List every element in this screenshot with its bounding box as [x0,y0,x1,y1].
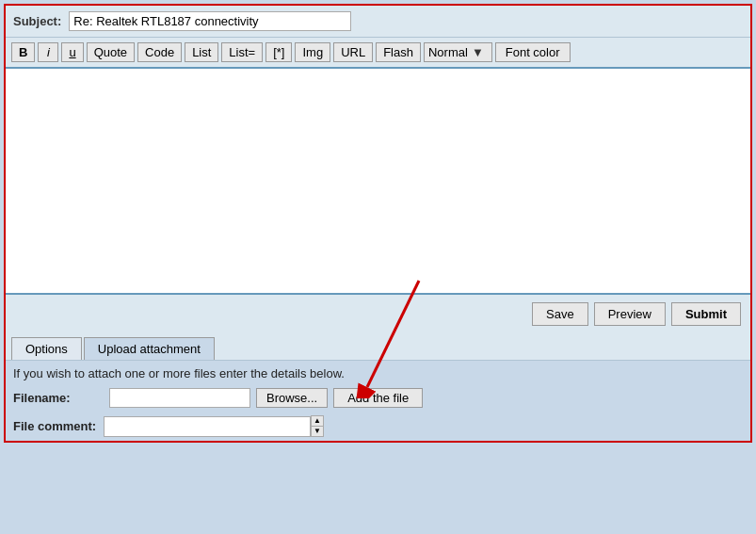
filename-row: Filename: Browse... Add the file [6,384,750,412]
bullet-button[interactable]: [*] [265,42,292,62]
subject-label: Subject: [13,14,61,28]
url-button[interactable]: URL [333,42,373,62]
comment-input[interactable] [104,416,311,437]
img-button[interactable]: Img [295,42,330,62]
browse-button[interactable]: Browse... [256,388,328,408]
spinner-up-button[interactable]: ▲ [312,416,323,427]
subject-row: Subject: [6,6,750,38]
tab-upload-attachment[interactable]: Upload attachment [84,337,215,360]
spinner-down-button[interactable]: ▼ [312,427,323,436]
bold-button[interactable]: B [11,42,35,62]
comment-input-wrap: ▲ ▼ [104,415,324,437]
normal-select[interactable]: Normal ▼ [424,42,492,62]
dropdown-arrow-icon: ▼ [472,45,484,59]
font-color-button[interactable]: Font color [495,42,571,62]
quote-button[interactable]: Quote [87,42,135,62]
list-eq-button[interactable]: List= [221,42,263,62]
normal-label: Normal [428,45,468,59]
action-row: Save Preview Submit [6,295,750,333]
tabs-row: Options Upload attachment [6,333,750,360]
attachment-info: If you wish to attach one or more files … [6,361,750,384]
code-button[interactable]: Code [137,42,182,62]
submit-button[interactable]: Submit [671,302,741,326]
spinner-buttons: ▲ ▼ [311,415,324,437]
comment-row: File comment: ▲ ▼ [6,412,750,441]
preview-button[interactable]: Preview [594,302,666,326]
list-button[interactable]: List [185,42,218,62]
filename-input[interactable] [109,388,250,408]
comment-label: File comment: [13,419,98,433]
main-form: Subject: B i u Quote Code List List= [*]… [4,4,752,443]
toolbar: B i u Quote Code List List= [*] Img URL … [6,38,750,69]
flash-button[interactable]: Flash [376,42,421,62]
subject-input[interactable] [69,11,351,31]
add-file-button[interactable]: Add the file [333,388,423,408]
underline-button[interactable]: u [61,42,83,62]
attachment-panel: If you wish to attach one or more files … [6,360,750,441]
editor-area[interactable] [6,69,750,295]
tab-options[interactable]: Options [11,337,82,360]
italic-button[interactable]: i [38,42,58,62]
filename-label: Filename: [13,391,98,405]
save-button[interactable]: Save [532,302,588,326]
